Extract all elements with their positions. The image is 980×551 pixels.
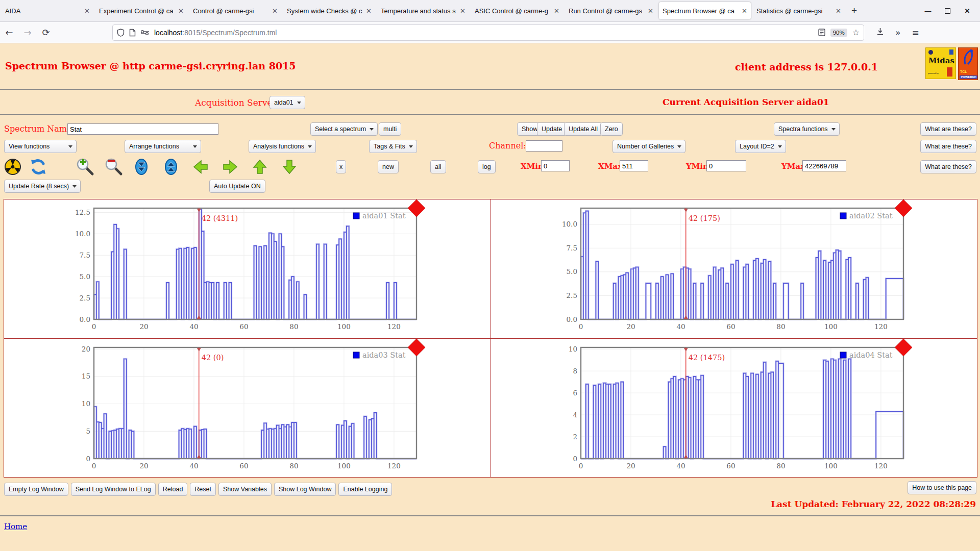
- browser-tab-7[interactable]: Spectrum Browser @ ca✕: [659, 2, 751, 19]
- ymax-input[interactable]: [802, 160, 846, 171]
- what-are-these-button-3[interactable]: What are these?: [920, 160, 976, 173]
- view-functions-select[interactable]: View functions: [4, 140, 77, 153]
- spectrum-chart-aida03[interactable]: 0510152002040608010012042 (0)aida03 Stat: [70, 340, 428, 474]
- tab-close-icon[interactable]: ✕: [178, 7, 184, 15]
- reader-mode-icon[interactable]: [818, 29, 825, 36]
- update-all-button[interactable]: Update All: [564, 122, 602, 136]
- new-button[interactable]: new: [378, 160, 399, 173]
- select-a-spectrum-select[interactable]: Select a spectrum: [310, 122, 378, 136]
- log-button[interactable]: log: [478, 160, 496, 173]
- number-of-galleries-select[interactable]: Number of Galleries: [612, 140, 685, 153]
- channel-input[interactable]: [526, 140, 562, 152]
- zoom-level-badge[interactable]: 90%: [830, 29, 847, 37]
- svg-text:20: 20: [82, 344, 90, 353]
- zero-button[interactable]: Zero: [600, 122, 623, 136]
- zoom-in-icon[interactable]: [76, 157, 95, 177]
- bookmark-star-icon[interactable]: ☆: [852, 28, 860, 37]
- what-are-these-button-2[interactable]: What are these?: [920, 140, 976, 153]
- all-button[interactable]: all: [430, 160, 446, 173]
- chart-cell-aida03: 0510152002040608010012042 (0)aida03 Stat: [4, 339, 491, 478]
- refresh-icon[interactable]: [29, 157, 48, 177]
- forward-icon[interactable]: →: [18, 27, 37, 38]
- update-rate-select[interactable]: Update Rate (8 secs): [4, 180, 81, 193]
- tab-close-icon[interactable]: ✕: [648, 7, 653, 15]
- auto-update-button[interactable]: Auto Update ON: [209, 180, 265, 193]
- browser-tab-0[interactable]: AIDA✕: [2, 2, 93, 19]
- ymin-input[interactable]: [706, 160, 746, 171]
- browser-tab-2[interactable]: Control @ carme-gsi✕: [189, 2, 281, 19]
- spectrum-chart-aida02[interactable]: 0.02.55.07.510.002040608010012042 (175)a…: [557, 201, 915, 335]
- spectrum-name-input[interactable]: [67, 123, 218, 135]
- analysis-functions-select[interactable]: Analysis functions: [249, 140, 316, 153]
- arrange-functions-select[interactable]: Arrange functions: [125, 140, 201, 153]
- what-are-these-button-1[interactable]: What are these?: [920, 122, 976, 136]
- tab-close-icon[interactable]: ✕: [460, 7, 465, 15]
- log-button-send-log-window-to-elog[interactable]: Send Log Window to ELog: [71, 483, 156, 496]
- tab-close-icon[interactable]: ✕: [366, 7, 372, 15]
- update-button[interactable]: Update: [537, 122, 567, 136]
- tab-close-icon[interactable]: ✕: [742, 7, 747, 15]
- hamburger-menu-icon[interactable]: ≡: [912, 28, 919, 38]
- acquisition-server-select[interactable]: aida01: [270, 96, 305, 109]
- overflow-menu-icon[interactable]: »: [895, 28, 900, 38]
- home-link[interactable]: Home: [4, 522, 27, 531]
- log-button-show-variables[interactable]: Show Variables: [218, 483, 272, 496]
- url-address-field[interactable]: localhost:8015/Spectrum/Spectrum.tml 90%…: [112, 24, 864, 41]
- browser-tab-1[interactable]: Experiment Control @ ca✕: [95, 2, 187, 19]
- midas-logo-shield: [949, 49, 953, 55]
- tab-close-icon[interactable]: ✕: [272, 7, 278, 15]
- scroll-up-icon[interactable]: [161, 157, 181, 177]
- url-text: localhost:8015/Spectrum/Spectrum.tml: [154, 29, 277, 37]
- browser-tab-8[interactable]: Statistics @ carme-gsi✕: [753, 2, 845, 19]
- log-button-reset[interactable]: Reset: [190, 483, 216, 496]
- zoom-out-icon[interactable]: [104, 157, 124, 177]
- permissions-icon[interactable]: [140, 30, 150, 36]
- shield-icon[interactable]: [117, 29, 125, 37]
- x-button[interactable]: x: [336, 160, 346, 173]
- spectrum-chart-aida04[interactable]: 024681002040608010012042 (1475)aida04 St…: [557, 340, 915, 474]
- spectrum-chart-aida01[interactable]: 0.02.55.07.510.012.502040608010012042 (4…: [70, 201, 428, 335]
- maximize-icon[interactable]: [945, 8, 950, 14]
- arrow-left-icon[interactable]: [191, 157, 210, 177]
- log-button-empty-log-window[interactable]: Empty Log Window: [4, 483, 68, 496]
- browser-tab-6[interactable]: Run Control @ carme-gs✕: [565, 2, 657, 19]
- arrow-right-icon[interactable]: [220, 157, 240, 177]
- log-button-reload[interactable]: Reload: [158, 483, 188, 496]
- tab-close-icon[interactable]: ✕: [84, 7, 90, 15]
- multi-button[interactable]: multi: [379, 122, 401, 136]
- browser-tab-4[interactable]: Temperature and status s✕: [377, 2, 469, 19]
- minimize-icon[interactable]: —: [924, 7, 932, 15]
- tcl-powered-logo[interactable]: TCL POWERED: [958, 47, 978, 80]
- tab-close-icon[interactable]: ✕: [554, 7, 559, 15]
- xmax-input[interactable]: [620, 160, 648, 171]
- browser-url-bar: ← → ⟳ localhost:8015/Spectrum/Spectrum.t…: [0, 22, 980, 43]
- browser-tab-5[interactable]: ASIC Control @ carme-g✕: [471, 2, 563, 19]
- tags-fits-select[interactable]: Tags & Fits: [369, 140, 417, 153]
- page-info-icon[interactable]: [129, 29, 136, 37]
- log-button-enable-logging[interactable]: Enable Logging: [338, 483, 392, 496]
- svg-text:aida02 Stat: aida02 Stat: [849, 212, 893, 220]
- back-icon[interactable]: ←: [0, 27, 18, 38]
- layout-id-select[interactable]: Layout ID=2: [735, 140, 786, 153]
- arrow-up-icon[interactable]: [250, 157, 270, 177]
- svg-text:5.0: 5.0: [80, 272, 90, 281]
- tab-close-icon[interactable]: ✕: [836, 7, 841, 15]
- downloads-icon[interactable]: [876, 28, 884, 38]
- browser-tab-3[interactable]: System wide Checks @ c✕: [283, 2, 375, 19]
- spectra-functions-select[interactable]: Spectra functions: [774, 122, 840, 136]
- scroll-down-icon[interactable]: [132, 157, 151, 177]
- tab-title: ASIC Control @ carme-g: [475, 7, 552, 15]
- midas-logo[interactable]: Midas powered by: [925, 47, 956, 79]
- tab-title: Statistics @ carme-gsi: [756, 7, 834, 15]
- new-tab-button[interactable]: +: [845, 5, 863, 16]
- close-icon[interactable]: ✕: [964, 7, 971, 15]
- arrow-down-icon[interactable]: [280, 157, 299, 177]
- svg-text:0: 0: [578, 322, 583, 331]
- tab-title: Temperature and status s: [381, 7, 458, 15]
- svg-text:20: 20: [626, 462, 635, 470]
- xmin-input[interactable]: [541, 160, 570, 171]
- log-button-show-log-window[interactable]: Show Log Window: [274, 483, 336, 496]
- how-to-use-button[interactable]: How to use this page: [908, 481, 976, 494]
- radiation-icon[interactable]: [3, 157, 22, 177]
- reload-icon[interactable]: ⟳: [37, 27, 55, 38]
